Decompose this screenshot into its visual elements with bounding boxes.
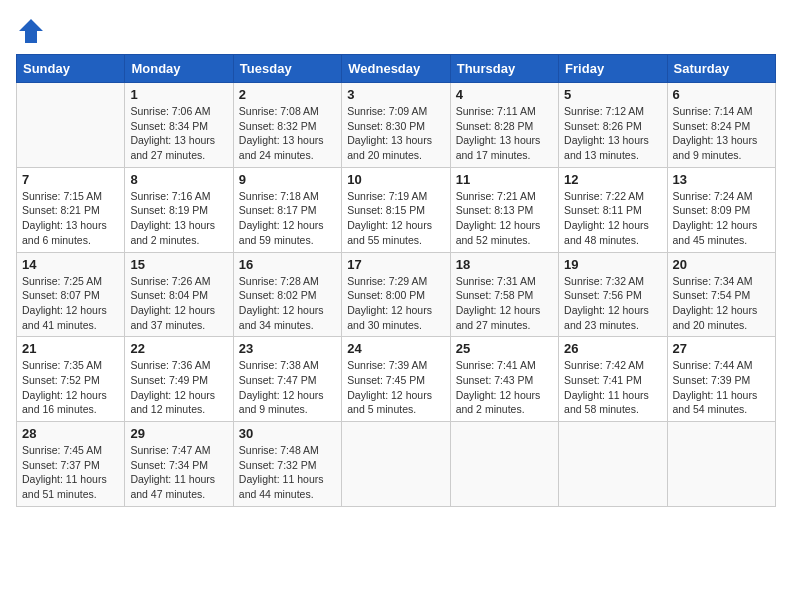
calendar-cell [667,422,775,507]
day-info: Sunrise: 7:06 AM Sunset: 8:34 PM Dayligh… [130,104,227,163]
calendar-cell: 17Sunrise: 7:29 AM Sunset: 8:00 PM Dayli… [342,252,450,337]
calendar-cell: 3Sunrise: 7:09 AM Sunset: 8:30 PM Daylig… [342,83,450,168]
calendar-cell: 24Sunrise: 7:39 AM Sunset: 7:45 PM Dayli… [342,337,450,422]
day-info: Sunrise: 7:39 AM Sunset: 7:45 PM Dayligh… [347,358,444,417]
calendar-cell: 26Sunrise: 7:42 AM Sunset: 7:41 PM Dayli… [559,337,667,422]
calendar-cell: 16Sunrise: 7:28 AM Sunset: 8:02 PM Dayli… [233,252,341,337]
calendar-cell: 23Sunrise: 7:38 AM Sunset: 7:47 PM Dayli… [233,337,341,422]
day-number: 8 [130,172,227,187]
calendar-cell: 14Sunrise: 7:25 AM Sunset: 8:07 PM Dayli… [17,252,125,337]
calendar-cell [450,422,558,507]
day-number: 3 [347,87,444,102]
day-info: Sunrise: 7:15 AM Sunset: 8:21 PM Dayligh… [22,189,119,248]
calendar-cell [17,83,125,168]
day-number: 9 [239,172,336,187]
calendar-cell: 19Sunrise: 7:32 AM Sunset: 7:56 PM Dayli… [559,252,667,337]
day-number: 10 [347,172,444,187]
calendar-header-row: SundayMondayTuesdayWednesdayThursdayFrid… [17,55,776,83]
calendar-week-5: 28Sunrise: 7:45 AM Sunset: 7:37 PM Dayli… [17,422,776,507]
day-number: 12 [564,172,661,187]
day-info: Sunrise: 7:45 AM Sunset: 7:37 PM Dayligh… [22,443,119,502]
day-info: Sunrise: 7:36 AM Sunset: 7:49 PM Dayligh… [130,358,227,417]
calendar-body: 1Sunrise: 7:06 AM Sunset: 8:34 PM Daylig… [17,83,776,507]
calendar-cell: 18Sunrise: 7:31 AM Sunset: 7:58 PM Dayli… [450,252,558,337]
day-number: 29 [130,426,227,441]
header-cell-monday: Monday [125,55,233,83]
calendar-cell: 20Sunrise: 7:34 AM Sunset: 7:54 PM Dayli… [667,252,775,337]
day-number: 5 [564,87,661,102]
calendar-cell: 2Sunrise: 7:08 AM Sunset: 8:32 PM Daylig… [233,83,341,168]
calendar-week-1: 1Sunrise: 7:06 AM Sunset: 8:34 PM Daylig… [17,83,776,168]
day-number: 17 [347,257,444,272]
day-number: 2 [239,87,336,102]
day-number: 25 [456,341,553,356]
svg-marker-0 [19,19,43,43]
calendar-cell: 30Sunrise: 7:48 AM Sunset: 7:32 PM Dayli… [233,422,341,507]
header-cell-saturday: Saturday [667,55,775,83]
calendar-cell [559,422,667,507]
calendar-cell: 22Sunrise: 7:36 AM Sunset: 7:49 PM Dayli… [125,337,233,422]
calendar-cell: 25Sunrise: 7:41 AM Sunset: 7:43 PM Dayli… [450,337,558,422]
day-number: 18 [456,257,553,272]
day-number: 4 [456,87,553,102]
calendar-table: SundayMondayTuesdayWednesdayThursdayFrid… [16,54,776,507]
calendar-cell: 6Sunrise: 7:14 AM Sunset: 8:24 PM Daylig… [667,83,775,168]
day-number: 22 [130,341,227,356]
day-info: Sunrise: 7:21 AM Sunset: 8:13 PM Dayligh… [456,189,553,248]
day-number: 15 [130,257,227,272]
day-info: Sunrise: 7:11 AM Sunset: 8:28 PM Dayligh… [456,104,553,163]
day-info: Sunrise: 7:14 AM Sunset: 8:24 PM Dayligh… [673,104,770,163]
calendar-cell: 13Sunrise: 7:24 AM Sunset: 8:09 PM Dayli… [667,167,775,252]
calendar-week-2: 7Sunrise: 7:15 AM Sunset: 8:21 PM Daylig… [17,167,776,252]
calendar-cell: 1Sunrise: 7:06 AM Sunset: 8:34 PM Daylig… [125,83,233,168]
calendar-cell: 15Sunrise: 7:26 AM Sunset: 8:04 PM Dayli… [125,252,233,337]
day-number: 13 [673,172,770,187]
day-info: Sunrise: 7:22 AM Sunset: 8:11 PM Dayligh… [564,189,661,248]
day-info: Sunrise: 7:12 AM Sunset: 8:26 PM Dayligh… [564,104,661,163]
calendar-cell: 9Sunrise: 7:18 AM Sunset: 8:17 PM Daylig… [233,167,341,252]
calendar-cell: 12Sunrise: 7:22 AM Sunset: 8:11 PM Dayli… [559,167,667,252]
day-info: Sunrise: 7:18 AM Sunset: 8:17 PM Dayligh… [239,189,336,248]
calendar-week-4: 21Sunrise: 7:35 AM Sunset: 7:52 PM Dayli… [17,337,776,422]
day-info: Sunrise: 7:19 AM Sunset: 8:15 PM Dayligh… [347,189,444,248]
header-cell-tuesday: Tuesday [233,55,341,83]
day-info: Sunrise: 7:38 AM Sunset: 7:47 PM Dayligh… [239,358,336,417]
calendar-cell: 5Sunrise: 7:12 AM Sunset: 8:26 PM Daylig… [559,83,667,168]
day-info: Sunrise: 7:08 AM Sunset: 8:32 PM Dayligh… [239,104,336,163]
logo [16,16,50,46]
day-info: Sunrise: 7:16 AM Sunset: 8:19 PM Dayligh… [130,189,227,248]
day-number: 20 [673,257,770,272]
day-number: 16 [239,257,336,272]
calendar-cell: 4Sunrise: 7:11 AM Sunset: 8:28 PM Daylig… [450,83,558,168]
calendar-cell: 21Sunrise: 7:35 AM Sunset: 7:52 PM Dayli… [17,337,125,422]
day-info: Sunrise: 7:34 AM Sunset: 7:54 PM Dayligh… [673,274,770,333]
day-info: Sunrise: 7:48 AM Sunset: 7:32 PM Dayligh… [239,443,336,502]
header-cell-sunday: Sunday [17,55,125,83]
day-number: 11 [456,172,553,187]
page-header [16,16,776,46]
day-number: 30 [239,426,336,441]
day-number: 19 [564,257,661,272]
day-number: 27 [673,341,770,356]
calendar-week-3: 14Sunrise: 7:25 AM Sunset: 8:07 PM Dayli… [17,252,776,337]
calendar-cell: 29Sunrise: 7:47 AM Sunset: 7:34 PM Dayli… [125,422,233,507]
header-cell-thursday: Thursday [450,55,558,83]
header-cell-friday: Friday [559,55,667,83]
day-info: Sunrise: 7:42 AM Sunset: 7:41 PM Dayligh… [564,358,661,417]
day-info: Sunrise: 7:24 AM Sunset: 8:09 PM Dayligh… [673,189,770,248]
day-info: Sunrise: 7:44 AM Sunset: 7:39 PM Dayligh… [673,358,770,417]
calendar-cell: 8Sunrise: 7:16 AM Sunset: 8:19 PM Daylig… [125,167,233,252]
day-number: 21 [22,341,119,356]
day-number: 6 [673,87,770,102]
calendar-cell: 28Sunrise: 7:45 AM Sunset: 7:37 PM Dayli… [17,422,125,507]
calendar-cell: 7Sunrise: 7:15 AM Sunset: 8:21 PM Daylig… [17,167,125,252]
day-number: 1 [130,87,227,102]
day-info: Sunrise: 7:28 AM Sunset: 8:02 PM Dayligh… [239,274,336,333]
day-info: Sunrise: 7:09 AM Sunset: 8:30 PM Dayligh… [347,104,444,163]
day-info: Sunrise: 7:35 AM Sunset: 7:52 PM Dayligh… [22,358,119,417]
day-number: 7 [22,172,119,187]
calendar-cell: 10Sunrise: 7:19 AM Sunset: 8:15 PM Dayli… [342,167,450,252]
day-number: 26 [564,341,661,356]
day-number: 14 [22,257,119,272]
day-info: Sunrise: 7:25 AM Sunset: 8:07 PM Dayligh… [22,274,119,333]
